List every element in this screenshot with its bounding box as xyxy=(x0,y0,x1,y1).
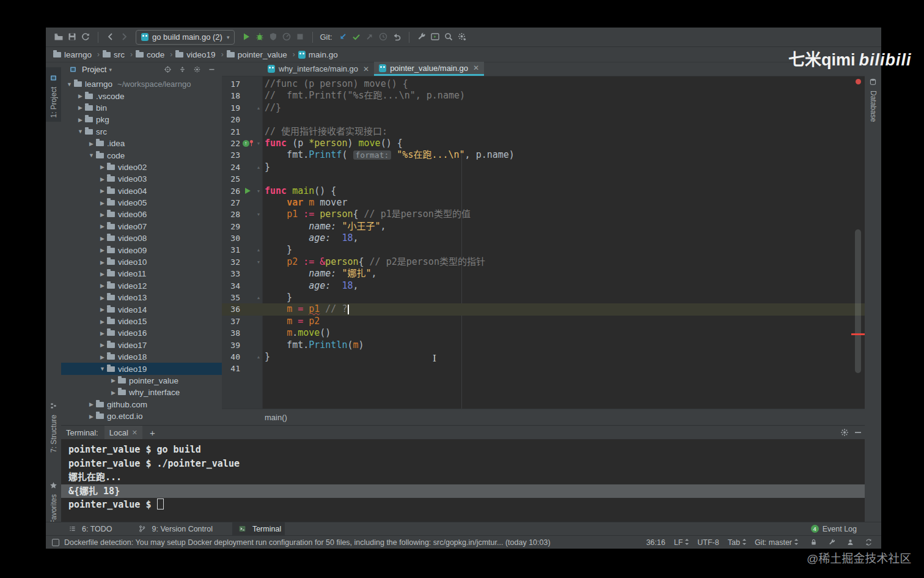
chevron-down-icon[interactable]: ▾ xyxy=(109,67,112,73)
toolwindow-button-7-structure[interactable]: 7: Structure xyxy=(46,399,61,453)
tree-expand-arrow-icon[interactable]: ▼ xyxy=(88,152,95,158)
tree-collapse-arrow-icon[interactable]: ▶ xyxy=(77,117,84,123)
console-icon[interactable] xyxy=(428,30,442,43)
lock-icon[interactable] xyxy=(807,536,820,549)
code-line-18[interactable]: 18// fmt.Printf("%s在跑...\n", p.name) xyxy=(222,90,865,102)
tree-item-video12[interactable]: ▶video12 xyxy=(61,280,222,292)
tree-item-github.com[interactable]: ▶github.com xyxy=(61,399,222,410)
tree-item-src[interactable]: ▼src xyxy=(61,126,222,138)
tree-collapse-arrow-icon[interactable]: ▶ xyxy=(99,306,106,313)
back-icon[interactable] xyxy=(104,30,117,43)
git-branch-select[interactable]: Git: master xyxy=(755,538,798,547)
code-line-31[interactable]: 31▴ } xyxy=(222,244,865,256)
line-number[interactable]: 20 xyxy=(222,114,240,125)
code-line-32[interactable]: 32▾ p2 := &person{ // p2是person类型的指针 xyxy=(222,256,865,268)
code-line-20[interactable]: 20 xyxy=(222,114,865,125)
tree-collapse-arrow-icon[interactable]: ▶ xyxy=(110,377,117,383)
tree-collapse-arrow-icon[interactable]: ▶ xyxy=(88,141,95,147)
line-number[interactable]: 37 xyxy=(222,316,240,327)
run-configuration-select[interactable]: go build main.go (2) ▾ xyxy=(136,30,235,45)
tree-expand-arrow-icon[interactable]: ▼ xyxy=(66,81,73,87)
code-line-29[interactable]: 29 name: "小王子", xyxy=(222,221,865,232)
run-line-icon[interactable] xyxy=(245,188,251,194)
code-line-34[interactable]: 34 age: 18, xyxy=(222,280,865,292)
tree-collapse-arrow-icon[interactable]: ▶ xyxy=(99,330,106,336)
line-number[interactable]: 38 xyxy=(222,327,240,339)
search-icon[interactable] xyxy=(442,30,455,43)
tree-item-learngo[interactable]: ▼learngo~/workspace/learngo xyxy=(61,78,222,90)
event-log-button[interactable]: 4 Event Log xyxy=(811,525,857,533)
history-icon[interactable] xyxy=(376,30,390,43)
tree-item-video19[interactable]: ▼video19 xyxy=(61,363,222,374)
tree-item-video10[interactable]: ▶video10 xyxy=(61,256,222,268)
settings-sync-icon[interactable] xyxy=(455,30,469,43)
code-editor[interactable]: 17//func (p person) move() {18// fmt.Pri… xyxy=(222,76,865,409)
error-stripe-mark[interactable] xyxy=(851,333,865,335)
sync-icon[interactable] xyxy=(862,536,875,549)
line-number[interactable]: 32 xyxy=(222,256,240,268)
code-line-33[interactable]: 33 name: "娜扎", xyxy=(222,268,865,280)
tree-collapse-arrow-icon[interactable]: ▶ xyxy=(77,105,84,111)
commit-icon[interactable] xyxy=(350,30,363,43)
code-line-21[interactable]: 21// 使用指针接收者实现接口: xyxy=(222,126,865,138)
line-number[interactable]: 21 xyxy=(222,126,240,138)
profiler-icon[interactable] xyxy=(280,30,293,43)
tree-collapse-arrow-icon[interactable]: ▶ xyxy=(99,354,106,360)
code-line-38[interactable]: 38 m.move() xyxy=(222,327,865,339)
tree-collapse-arrow-icon[interactable]: ▶ xyxy=(99,247,106,253)
profile-icon[interactable] xyxy=(843,536,857,549)
fold-marker[interactable]: ▾ xyxy=(255,256,262,268)
code-line-22[interactable]: 22↑▾func (p *person) move() { xyxy=(222,138,865,149)
tree-item-video07[interactable]: ▶video07 xyxy=(61,221,222,232)
code-line-17[interactable]: 17//func (p person) move() { xyxy=(222,78,865,90)
tree-collapse-arrow-icon[interactable]: ▶ xyxy=(99,164,106,170)
tree-collapse-arrow-icon[interactable]: ▶ xyxy=(77,93,84,99)
tree-collapse-arrow-icon[interactable]: ▶ xyxy=(99,319,106,325)
tree-collapse-arrow-icon[interactable]: ▶ xyxy=(99,200,106,206)
fold-marker[interactable]: ▴ xyxy=(255,244,262,256)
code-line-28[interactable]: 28▾ p1 := person{ // p1是person类型的值 xyxy=(222,209,865,220)
locate-icon[interactable] xyxy=(161,63,174,76)
line-number[interactable]: 17 xyxy=(222,78,240,90)
line-number[interactable]: 19 xyxy=(222,102,240,114)
tree-collapse-arrow-icon[interactable]: ▶ xyxy=(99,176,106,182)
tree-item-video03[interactable]: ▶video03 xyxy=(61,173,222,185)
editor-scrollbar[interactable] xyxy=(855,229,861,373)
fold-marker[interactable]: ▴ xyxy=(255,102,262,114)
tree-item-video09[interactable]: ▶video09 xyxy=(61,244,222,256)
line-number[interactable]: 25 xyxy=(222,173,240,185)
close-icon[interactable]: ✕ xyxy=(132,429,138,437)
terminal-line[interactable]: &{娜扎 18} xyxy=(61,484,865,498)
status-message[interactable]: Dockerfile detection: You may setup Dock… xyxy=(64,538,551,547)
code-line-36[interactable]: 36 m = p1 // ? xyxy=(222,303,865,315)
line-number[interactable]: 31 xyxy=(222,244,240,256)
line-number[interactable]: 34 xyxy=(222,280,240,292)
tree-collapse-arrow-icon[interactable]: ▶ xyxy=(99,188,106,194)
save-icon[interactable] xyxy=(65,30,79,43)
rollback-icon[interactable] xyxy=(390,30,403,43)
terminal-tab-local[interactable]: Local ✕ xyxy=(105,426,142,440)
line-ending-select[interactable]: LF xyxy=(674,538,689,547)
tree-item-pkg[interactable]: ▶pkg xyxy=(61,114,222,125)
line-number[interactable]: 40 xyxy=(222,351,240,363)
tree-item-bin[interactable]: ▶bin xyxy=(61,102,222,114)
line-number[interactable]: 41 xyxy=(222,363,240,374)
line-number[interactable]: 24 xyxy=(222,161,240,173)
fold-marker[interactable]: ▴ xyxy=(255,292,262,303)
terminal-output[interactable]: pointer_value $ go buildpointer_value $ … xyxy=(61,439,865,522)
update-icon[interactable] xyxy=(336,30,350,43)
tree-expand-arrow-icon[interactable]: ▼ xyxy=(99,366,106,372)
toolwindow-button-9-version-control[interactable]: 9: Version Control xyxy=(132,522,216,536)
run-icon[interactable] xyxy=(240,30,253,43)
code-line-37[interactable]: 37 m = p2 xyxy=(222,316,865,327)
tree-item-video02[interactable]: ▶video02 xyxy=(61,161,222,173)
fold-marker[interactable]: ▴ xyxy=(255,351,262,363)
open-folder-icon[interactable] xyxy=(52,30,65,43)
line-number[interactable]: 36 xyxy=(222,303,240,315)
tree-item-video05[interactable]: ▶video05 xyxy=(61,197,222,209)
tree-collapse-arrow-icon[interactable]: ▶ xyxy=(99,212,106,218)
toolwindow-button-6-todo[interactable]: 6: TODO xyxy=(62,522,116,536)
tree-item-why_interface[interactable]: ▶why_interface xyxy=(61,387,222,398)
tree-item-go.etcd.io[interactable]: ▶go.etcd.io xyxy=(61,410,222,422)
fold-marker[interactable]: ▴ xyxy=(255,161,262,173)
